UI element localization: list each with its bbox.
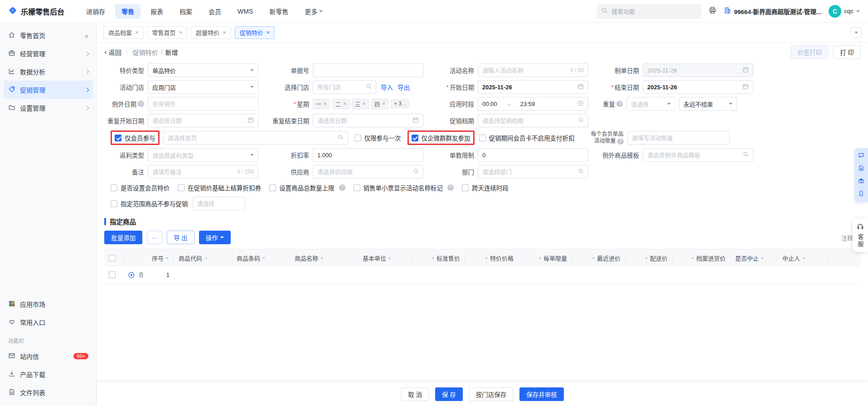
help-icon[interactable] [617, 138, 624, 145]
doc-no-input[interactable] [313, 63, 423, 77]
repeat-start-date-picker[interactable] [148, 114, 258, 127]
message-icon[interactable] [858, 152, 864, 160]
search-icon[interactable] [578, 117, 584, 124]
close-icon[interactable] [135, 29, 139, 35]
save-and-audit-button[interactable]: 保存并审核 [519, 387, 564, 401]
cross-day-period-checkbox[interactable]: 跨天连续时段 [462, 183, 509, 192]
column-header-halted[interactable]: 是否中止 [731, 253, 778, 262]
checkbox-unchecked[interactable] [111, 184, 117, 191]
store-picker-input[interactable] [313, 80, 376, 94]
sort-icon[interactable] [431, 256, 435, 261]
close-icon[interactable] [343, 101, 346, 107]
price-tag-print-button[interactable]: 价签打印 [790, 45, 829, 59]
help-icon[interactable] [138, 101, 144, 107]
search-icon[interactable] [413, 168, 419, 175]
sidebar-item-settings-mgmt[interactable]: 设置管理 [4, 99, 93, 117]
start-date-picker[interactable]: 2025-11-26 [478, 80, 588, 94]
menu-item-more[interactable]: 更多 [298, 4, 329, 19]
gift-icon[interactable] [858, 178, 864, 185]
activity-store-select[interactable]: 应用门店 [148, 80, 258, 94]
except-date-input[interactable] [148, 97, 258, 111]
add-row-icon[interactable] [128, 271, 135, 279]
search-icon[interactable] [578, 168, 584, 175]
app-logo[interactable]: 乐檬零售后台 [8, 6, 64, 17]
phone-icon[interactable] [858, 190, 864, 198]
member-only-checkbox[interactable]: 仅会员参与 [115, 133, 155, 142]
column-header-recent-cost[interactable]: 最近进价 [572, 253, 626, 262]
sort-icon[interactable] [320, 256, 324, 261]
coupon-on-promo-price-checkbox[interactable]: 在促销价基础上结算折扣券 [178, 183, 261, 192]
more-actions-button[interactable]: ··· [147, 231, 162, 244]
menu-item-wms[interactable]: WMS [231, 5, 259, 18]
print-button[interactable]: 打 印 [833, 45, 861, 59]
repeat-end-date-picker[interactable] [313, 114, 423, 127]
search-icon[interactable] [366, 83, 372, 91]
checkbox-unchecked[interactable] [462, 184, 469, 191]
checkbox-unchecked[interactable] [111, 200, 117, 207]
global-search-input[interactable]: 搜索功能 [597, 4, 701, 19]
sort-icon[interactable] [204, 256, 208, 261]
repeat-end-select[interactable]: 永远不结束 [679, 97, 737, 111]
checkbox-unchecked[interactable] [354, 135, 361, 141]
sidebar-item-promotion-mgmt[interactable]: 促销管理 [4, 81, 93, 99]
menu-item-inventory[interactable]: 进销存 [80, 4, 112, 19]
column-header-seq[interactable]: 序号 [123, 253, 174, 262]
column-header-special-price[interactable]: 特价价格 [465, 253, 519, 262]
column-header-halt-person[interactable]: 中止人 [778, 253, 829, 262]
exclude-range-input[interactable] [193, 197, 245, 210]
sidebar-item-retail-home[interactable]: 零售首页 « [4, 26, 93, 44]
column-header-unit[interactable]: 基本单位 [358, 253, 412, 262]
sort-icon[interactable] [691, 256, 694, 261]
column-header-delivery-price[interactable]: 配送价 [626, 253, 673, 262]
exclude-range-checkbox[interactable]: 指定范围商品不参与促销 [111, 199, 188, 208]
member-limit-input[interactable] [627, 131, 730, 145]
sort-icon[interactable] [645, 256, 648, 261]
sort-icon[interactable] [262, 256, 266, 261]
menu-item-new-retail[interactable]: 新零售 [263, 4, 295, 19]
help-icon[interactable] [339, 184, 345, 191]
department-input[interactable] [478, 165, 588, 179]
org-selector[interactable]: 99664-新界面商超版测试-管理... [724, 7, 821, 16]
sidebar-collapse-icon[interactable]: « [85, 32, 88, 39]
column-header-code[interactable]: 商品代码 [174, 253, 232, 262]
sort-icon[interactable] [485, 256, 488, 261]
sort-icon[interactable] [538, 256, 542, 261]
tab-promo-special[interactable]: 促销特价 [235, 26, 275, 39]
sort-icon[interactable] [388, 256, 392, 261]
weekday-tags[interactable]: 一 二 三 四 + 3 .. [313, 99, 423, 109]
column-header-per-order-limit[interactable]: 每单限量 [519, 253, 572, 262]
sidebar-item-business-mgmt[interactable]: 经营管理 [4, 44, 93, 63]
sort-icon[interactable] [592, 256, 595, 261]
checkbox-unchecked[interactable] [354, 184, 360, 191]
select-all-checkbox[interactable] [109, 255, 116, 261]
column-header-archive-cost[interactable]: 档案进货价 [673, 253, 731, 262]
activity-name-input[interactable]: 0 / 50 [478, 63, 588, 77]
sort-icon[interactable] [165, 256, 169, 261]
set-member-special-checkbox[interactable]: 是否设置会员特价 [111, 183, 170, 192]
discount-rate-input[interactable] [313, 148, 423, 162]
batch-add-button[interactable]: 批量添加 [104, 231, 142, 244]
sort-icon[interactable] [802, 256, 805, 261]
tab-product-archive[interactable]: 商品档案 [103, 26, 144, 39]
user-menu[interactable]: C cqc [829, 5, 860, 18]
checkbox-unchecked[interactable] [479, 135, 486, 141]
help-dock[interactable] [854, 148, 868, 202]
sort-icon[interactable] [761, 256, 764, 261]
checkbox-checked[interactable] [115, 135, 121, 141]
delete-row-icon[interactable] [138, 271, 145, 278]
printer-icon[interactable] [708, 6, 717, 16]
close-icon[interactable] [324, 101, 327, 107]
help-icon[interactable] [616, 101, 623, 107]
menu-item-reports[interactable]: 报表 [144, 4, 170, 19]
column-header-std-price[interactable]: 标准售价 [412, 253, 465, 262]
close-icon[interactable] [382, 101, 385, 107]
except-template-input[interactable] [643, 148, 753, 162]
save-button[interactable]: 保 存 [435, 387, 463, 401]
promo-period-input[interactable] [478, 114, 588, 127]
checkbox-checked[interactable] [412, 135, 418, 141]
row-checkbox[interactable] [109, 271, 116, 278]
repeat-select[interactable]: 请选择 [626, 97, 675, 111]
close-icon[interactable] [179, 29, 183, 35]
sidebar-item-app-market[interactable]: 应用市场 [4, 295, 93, 313]
tab-over-quantity-special[interactable]: 超量特价 [191, 26, 231, 39]
